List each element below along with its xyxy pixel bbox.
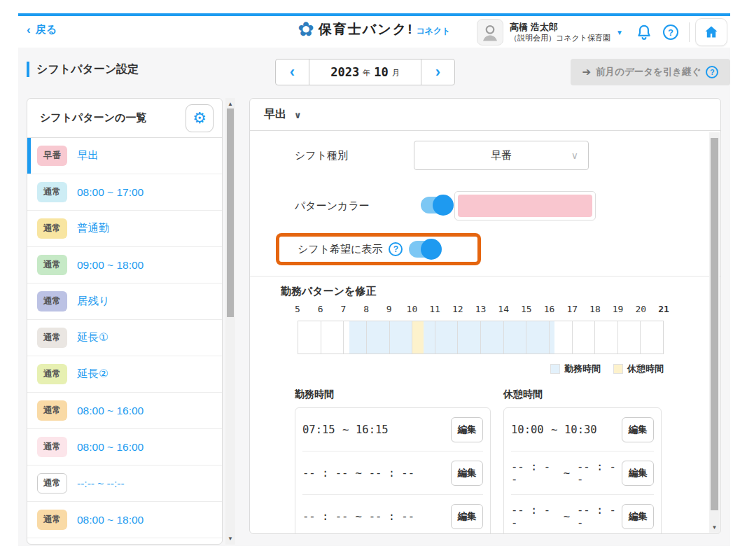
shift-pattern-list-item[interactable]: 通常 居残り (27, 284, 222, 320)
carry-over-help-icon[interactable]: ? (706, 66, 718, 78)
hour-label: 10 (407, 304, 418, 314)
hour-label: 21 (658, 304, 669, 314)
legend-item: 休憩時間 (613, 363, 664, 375)
legend-swatch (613, 364, 623, 374)
chevron-right-icon: › (435, 63, 440, 81)
timeline-cell (573, 321, 596, 354)
shift-pattern-label: 09:00 ~ 18:00 (77, 259, 144, 272)
timeline-cell (641, 321, 663, 354)
shift-type-badge: 早番 (37, 146, 67, 166)
timeline-hours: 56789101112131415161718192021 (298, 304, 664, 315)
shift-pattern-list-item[interactable]: 通常 08:00 ~ 17:00 (27, 174, 222, 211)
shift-pattern-list-item[interactable]: 通常 --:-- ~ --:-- (27, 465, 222, 502)
timeline-cell (504, 321, 527, 354)
hour-label: 20 (635, 304, 646, 314)
shift-pattern-list-item[interactable]: 早番 早出 (27, 138, 222, 174)
shift-pattern-list-item[interactable]: 通常 延長① (27, 320, 222, 356)
shift-wish-help-icon[interactable]: ? (389, 242, 403, 256)
work-times-table: 07:15 ∼ 16:15 編集 -- : -- ∼ -- : -- 編集 --… (295, 407, 491, 534)
time-to: 10:30 (564, 424, 597, 436)
shift-pattern-label: 延長② (77, 367, 109, 382)
pattern-color-value (458, 195, 592, 217)
tilde-separator: ∼ (551, 424, 557, 436)
user-menu-caret-icon[interactable]: ▼ (616, 29, 623, 36)
timeline-cell (390, 321, 413, 354)
notification-bell-button[interactable] (635, 23, 653, 41)
time-from: -- : -- (302, 467, 348, 479)
hour-label: 5 (295, 304, 300, 314)
hour-label: 17 (566, 304, 578, 314)
edit-button[interactable]: 編集 (451, 461, 483, 486)
edit-button[interactable]: 編集 (622, 504, 654, 529)
main-scroll-thumb[interactable] (711, 138, 718, 510)
sidebar-scroll-thumb[interactable] (227, 108, 234, 317)
hour-label: 11 (429, 304, 440, 314)
hour-label: 12 (452, 304, 463, 314)
main-scrollbar[interactable]: ▼ (709, 132, 720, 533)
arrow-right-icon: ➔ (582, 66, 592, 78)
year-unit: 年 (363, 68, 370, 78)
shift-type-select[interactable]: 早番 ∨ (414, 141, 589, 170)
prev-month-button[interactable]: ‹ (276, 59, 309, 85)
shift-pattern-list-title: シフトパターンの一覧 (40, 111, 146, 125)
back-button[interactable]: ‹ 戻る (27, 23, 57, 36)
scroll-down-icon[interactable]: ▼ (709, 524, 720, 531)
time-to: 16:15 (356, 424, 389, 436)
shift-pattern-list-panel: シフトパターンの一覧 ⚙ 早番 早出 通常 08:00 ~ 17:00 通常 普… (27, 98, 223, 545)
timeline-cell (458, 321, 481, 354)
pattern-color-swatch[interactable] (454, 191, 596, 220)
timeline-cell (367, 321, 390, 354)
legend-label: 休憩時間 (627, 363, 664, 375)
timeline-cell (595, 321, 618, 354)
edit-button[interactable]: 編集 (622, 417, 654, 442)
legend-label: 勤務時間 (564, 363, 601, 375)
scroll-down-icon[interactable]: ▼ (225, 536, 235, 542)
shift-pattern-label: 居残り (77, 294, 110, 309)
pattern-color-toggle[interactable] (421, 197, 452, 214)
back-label: 戻る (36, 23, 57, 36)
shift-pattern-list-item[interactable]: 通常 08:00 ~ 16:00 (27, 429, 222, 465)
user-identity[interactable]: 高橋 浩太郎 （説明会用）コネクト保育園 (510, 21, 610, 43)
shift-pattern-list-item[interactable]: 通常 09:00 ~ 18:00 (27, 247, 222, 284)
time-to: -- : -- (577, 504, 622, 529)
next-month-button[interactable]: › (421, 59, 454, 85)
tilde-separator: ∼ (564, 467, 570, 479)
question-icon: ? (663, 24, 678, 40)
shift-pattern-list-item[interactable]: 通常 普通勤 (27, 211, 222, 247)
hour-label: 19 (613, 304, 624, 314)
shift-type-badge: 通常 (37, 182, 67, 202)
sidebar-scrollbar[interactable]: ▲ ▼ (225, 98, 235, 545)
month-value: 10 (374, 65, 388, 79)
tilde-separator: ∼ (342, 424, 349, 436)
shift-pattern-list-item[interactable]: 通常 08:00 ~ 16:00 (27, 393, 222, 429)
time-from: 07:15 (302, 424, 335, 436)
shift-wish-toggle[interactable] (409, 241, 440, 258)
legend-item: 勤務時間 (550, 363, 601, 375)
tilde-separator: ∼ (355, 467, 361, 479)
help-button[interactable]: ? (663, 24, 678, 40)
time-row: -- : -- ∼ -- : -- 編集 (302, 495, 483, 534)
chevron-left-icon: ‹ (290, 63, 295, 81)
brand-name: 保育士バンク! (319, 20, 414, 38)
timeline-grid (298, 321, 663, 354)
scroll-up-icon[interactable]: ▲ (225, 101, 235, 107)
shift-pattern-list-item[interactable]: 通常 延長② (27, 356, 222, 393)
time-from: 10:00 (511, 424, 544, 436)
work-pattern-section-title: 勤務パターンを修正 (281, 285, 376, 298)
edit-button[interactable]: 編集 (451, 504, 483, 529)
hour-label: 14 (498, 304, 509, 314)
carry-over-previous-month-button[interactable]: ➔ 前月のデータを引き継ぐ ? (571, 59, 730, 85)
home-button[interactable] (695, 18, 727, 46)
pattern-detail-header[interactable]: 早出 ∨ (250, 99, 720, 131)
edit-button[interactable]: 編集 (622, 461, 654, 486)
break-times-title: 休憩時間 (503, 388, 662, 401)
shift-pattern-label: 普通勤 (77, 221, 110, 236)
edit-button[interactable]: 編集 (451, 417, 483, 442)
select-chevron-down-icon: ∨ (571, 150, 578, 161)
pattern-settings-button[interactable]: ⚙ (186, 104, 214, 132)
user-name: 高橋 浩太郎 (510, 21, 610, 34)
shift-type-badge: 通常 (37, 400, 67, 421)
timeline-bar (298, 321, 664, 354)
shift-pattern-list-item[interactable]: 通常 08:00 ~ 18:00 (27, 502, 222, 538)
hour-label: 7 (340, 304, 346, 314)
